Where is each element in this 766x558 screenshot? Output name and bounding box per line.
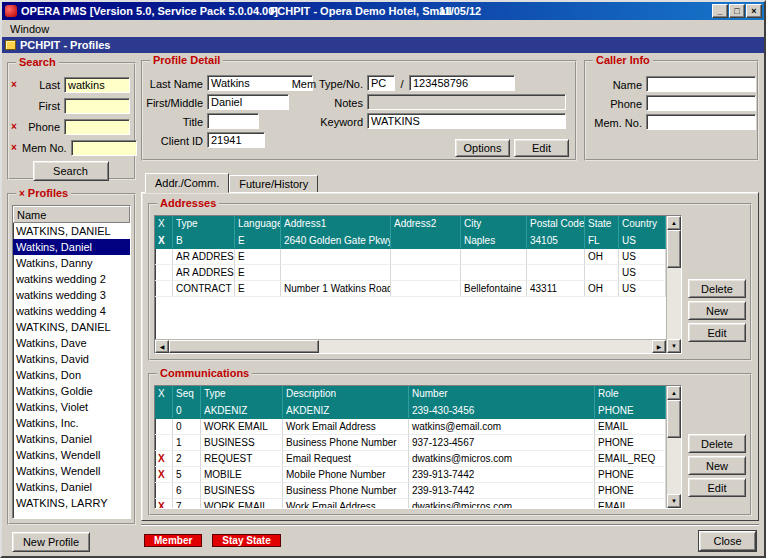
name-column-header[interactable]: Name: [13, 206, 130, 223]
clear-icon[interactable]: ×: [11, 143, 22, 153]
caller-name-field[interactable]: [646, 76, 756, 92]
minimize-icon[interactable]: _: [712, 4, 728, 18]
profile-list-item[interactable]: watkins wedding 3: [13, 287, 130, 303]
scroll-track[interactable]: [667, 268, 681, 339]
horizontal-scrollbar[interactable]: ◀ ▶: [155, 339, 666, 353]
scroll-thumb[interactable]: [169, 340, 319, 353]
edit-profile-button[interactable]: Edit: [514, 139, 569, 157]
new-profile-button[interactable]: New Profile: [12, 532, 90, 552]
column-header[interactable]: Seq: [173, 386, 201, 403]
profile-list-item[interactable]: Watkins, Violet: [13, 399, 130, 415]
column-header[interactable]: Type: [173, 216, 235, 233]
profile-list-item[interactable]: Watkins, Goldie: [13, 383, 130, 399]
new-address-button[interactable]: New: [688, 301, 746, 320]
clear-icon[interactable]: ×: [19, 189, 25, 199]
column-header[interactable]: Postal Code: [527, 216, 585, 233]
table-header-row: XSeqTypeDescriptionNumberRole: [155, 386, 666, 403]
column-header[interactable]: X: [155, 386, 173, 403]
edit-communication-button[interactable]: Edit: [688, 478, 746, 497]
profile-list-item[interactable]: WATKINS, DANIEL: [13, 223, 130, 239]
profile-list-item[interactable]: WATKINS, LARRY: [13, 495, 130, 511]
profile-list-item[interactable]: Watkins, David: [13, 351, 130, 367]
scroll-left-icon[interactable]: ◀: [155, 340, 169, 353]
tab-future-history[interactable]: Future/History: [229, 175, 318, 192]
phone-input[interactable]: [64, 119, 130, 135]
profiles-panel: × Profiles Name WATKINS, DANIELWatkins, …: [7, 193, 136, 525]
column-header[interactable]: Country: [619, 216, 666, 233]
table-cell: X: [155, 499, 173, 508]
profile-list-item[interactable]: Watkins, Daniel: [13, 239, 130, 255]
column-header[interactable]: Language: [235, 216, 281, 233]
column-header[interactable]: Address2: [391, 216, 461, 233]
profile-list-item[interactable]: Watkins, Dave: [13, 335, 130, 351]
client-id-field[interactable]: [207, 132, 265, 148]
table-cell: [527, 265, 585, 281]
caller-mem-no-field[interactable]: [646, 114, 756, 130]
title-field[interactable]: [207, 113, 259, 129]
mem-no-input[interactable]: [71, 140, 137, 156]
caller-phone-field[interactable]: [646, 95, 756, 111]
profile-list-item[interactable]: Watkins, Daniel: [13, 479, 130, 495]
profile-list-item[interactable]: watkins wedding 4: [13, 303, 130, 319]
table-row[interactable]: AR ADDRESSEOHUS: [155, 249, 666, 265]
table-row[interactable]: X5MOBILEMobile Phone Number239-913-7442P…: [155, 467, 666, 483]
last-input[interactable]: [64, 77, 130, 93]
edit-address-button[interactable]: Edit: [688, 323, 746, 342]
mem-type-field[interactable]: [367, 75, 395, 91]
keyword-field[interactable]: [367, 113, 566, 129]
table-row[interactable]: CONTRACTENumber 1 Watkins RoadBellefonta…: [155, 281, 666, 297]
scroll-down-icon[interactable]: ▼: [667, 494, 681, 508]
column-header[interactable]: Address1: [281, 216, 391, 233]
profile-list-item[interactable]: Watkins, Danny: [13, 255, 130, 271]
table-row[interactable]: X7WORK EMAILWork Email Addressdwatkins@m…: [155, 499, 666, 508]
menu-window[interactable]: Window: [4, 22, 55, 36]
profile-list-item[interactable]: Watkins, Daniel: [13, 431, 130, 447]
scroll-thumb[interactable]: [667, 400, 681, 438]
scroll-right-icon[interactable]: ▶: [652, 340, 666, 353]
table-row[interactable]: XBE2640 Golden Gate Pkwy Ste 2Naples3410…: [155, 233, 666, 249]
delete-communication-button[interactable]: Delete: [688, 434, 746, 453]
notes-field[interactable]: [367, 94, 566, 110]
close-window-icon[interactable]: ×: [746, 4, 762, 18]
scroll-up-icon[interactable]: ▲: [667, 216, 681, 230]
profile-list-item[interactable]: Watkins, Wendell: [13, 463, 130, 479]
table-row[interactable]: X2REQUESTEmail Requestdwatkins@micros.co…: [155, 451, 666, 467]
profile-list-item[interactable]: Watkins, Wendell: [13, 447, 130, 463]
column-header[interactable]: Description: [283, 386, 409, 403]
first-input[interactable]: [64, 98, 130, 114]
clear-icon[interactable]: ×: [11, 80, 22, 90]
close-button[interactable]: Close: [699, 531, 756, 551]
table-row[interactable]: 0WORK EMAILWork Email Addresswatkins@ema…: [155, 419, 666, 435]
first-middle-field[interactable]: [207, 94, 289, 110]
column-header[interactable]: Number: [409, 386, 595, 403]
options-button[interactable]: Options: [455, 139, 510, 157]
table-cell: [585, 265, 619, 281]
column-header[interactable]: State: [585, 216, 619, 233]
profile-list-item[interactable]: watkins wedding 2: [13, 271, 130, 287]
delete-address-button[interactable]: Delete: [688, 279, 746, 298]
table-row[interactable]: 1BUSINESSBusiness Phone Number937-123-45…: [155, 435, 666, 451]
vertical-scrollbar[interactable]: ▲ ▼: [666, 386, 681, 508]
column-header[interactable]: X: [155, 216, 173, 233]
table-row[interactable]: 6BUSINESSBusiness Phone Number239-913-74…: [155, 483, 666, 499]
profile-list-item[interactable]: Watkins, Inc.: [13, 415, 130, 431]
vertical-scrollbar[interactable]: ▲ ▼: [666, 216, 681, 353]
tab-addr-comm[interactable]: Addr./Comm.: [145, 173, 229, 193]
scroll-track[interactable]: [667, 438, 681, 494]
mem-no-field[interactable]: [409, 75, 515, 91]
scroll-down-icon[interactable]: ▼: [667, 339, 681, 353]
column-header[interactable]: Type: [201, 386, 283, 403]
new-communication-button[interactable]: New: [688, 456, 746, 475]
profile-list-item[interactable]: WATKINS, DANIEL: [13, 319, 130, 335]
scroll-track[interactable]: [319, 340, 652, 353]
profile-list-item[interactable]: Watkins, Don: [13, 367, 130, 383]
column-header[interactable]: Role: [595, 386, 666, 403]
maximize-icon[interactable]: □: [729, 4, 745, 18]
table-row[interactable]: AR ADDRESSEUS: [155, 265, 666, 281]
table-row[interactable]: 0AKDENIZAKDENIZ239-430-3456PHONE: [155, 403, 666, 419]
search-button[interactable]: Search: [33, 161, 109, 181]
column-header[interactable]: City: [461, 216, 527, 233]
clear-icon[interactable]: ×: [11, 122, 22, 132]
scroll-thumb[interactable]: [667, 230, 681, 268]
scroll-up-icon[interactable]: ▲: [667, 386, 681, 400]
